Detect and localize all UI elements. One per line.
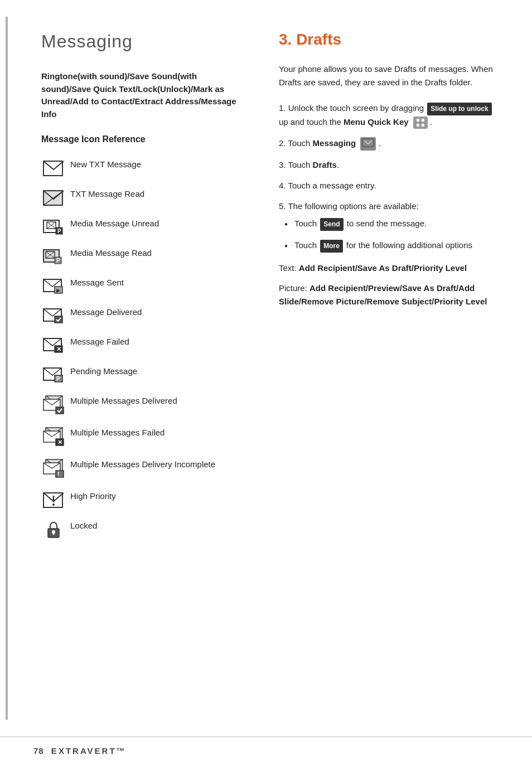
svg-rect-28 bbox=[56, 407, 64, 414]
icon-cell: ✕ bbox=[41, 332, 70, 362]
table-row: P Media Message Read bbox=[41, 244, 245, 273]
icon-label: Multiple Messages Delivery Incomplete bbox=[70, 455, 245, 487]
table-row: P Media Message Unread bbox=[41, 214, 245, 244]
menu-quick-key-icon bbox=[413, 117, 428, 129]
icon-label: Multiple Messages Delivered bbox=[70, 391, 245, 423]
page-footer: 78 Extravert™ bbox=[0, 737, 532, 766]
bullet-send-text: Touch bbox=[294, 219, 319, 228]
text-options: Text: Add Recipient/Save As Draft/Priori… bbox=[279, 262, 504, 275]
table-row: ✕ Multiple Messages Failed bbox=[41, 423, 245, 455]
left-column: Messaging Ringtone(with sound)/Save Soun… bbox=[6, 17, 262, 720]
drafts-label: Drafts bbox=[313, 160, 337, 170]
table-row: Message Delivered bbox=[41, 303, 245, 332]
step-5-text: 5. The following options are available: bbox=[279, 201, 419, 211]
content-area: Messaging Ringtone(with sound)/Save Soun… bbox=[0, 0, 532, 737]
icon-label: High Priority bbox=[70, 487, 245, 516]
bullet-more: Touch More for the following additional … bbox=[284, 239, 504, 253]
icon-label: Message Delivered bbox=[70, 303, 245, 332]
multi-delivered-icon bbox=[42, 395, 65, 417]
media-read-icon: P bbox=[42, 247, 65, 267]
step-4: 4. Touch a message entry. bbox=[279, 179, 504, 192]
icon-label: Locked bbox=[70, 516, 245, 546]
icon-cell bbox=[41, 516, 70, 546]
step-2-num: 2. Touch Messaging bbox=[279, 138, 358, 148]
icon-cell: P bbox=[41, 214, 70, 244]
svg-rect-42 bbox=[53, 532, 55, 535]
bullet-options: Touch Send to send the message. Touch Mo… bbox=[284, 217, 504, 252]
table-row: TXT Message Read bbox=[41, 185, 245, 214]
picture-options-label: Picture: bbox=[279, 283, 309, 293]
multi-incomplete-icon: ! bbox=[42, 458, 65, 481]
footer-brand: Extravert™ bbox=[47, 745, 127, 758]
table-row: ! Multiple Messages Delivery Incomplete bbox=[41, 455, 245, 487]
step-2-end: . bbox=[378, 138, 380, 148]
message-sent-icon: ▶ bbox=[42, 277, 65, 297]
footer-page-number: 78 bbox=[33, 745, 44, 758]
txt-read-icon bbox=[42, 188, 65, 208]
more-badge: More bbox=[320, 240, 343, 253]
svg-text:▶: ▶ bbox=[56, 288, 61, 293]
table-row: Multiple Messages Delivered bbox=[41, 391, 245, 423]
icon-section-heading: Message Icon Reference bbox=[41, 133, 245, 146]
svg-rect-44 bbox=[422, 119, 424, 122]
svg-text:P: P bbox=[56, 376, 60, 382]
icon-reference-table: New TXT Message TXT Message Read bbox=[41, 155, 245, 546]
table-row: ▶ Message Sent bbox=[41, 273, 245, 303]
svg-rect-43 bbox=[417, 119, 419, 122]
icon-cell bbox=[41, 185, 70, 214]
new-txt-icon bbox=[42, 158, 65, 178]
bullet-more-text: Touch bbox=[294, 240, 319, 250]
step-1-end: . bbox=[430, 117, 432, 127]
icon-cell: ! bbox=[41, 455, 70, 487]
step-2: 2. Touch Messaging . bbox=[279, 137, 504, 151]
icon-label: TXT Message Read bbox=[70, 185, 245, 214]
media-unread-icon: P bbox=[42, 217, 65, 238]
bullet-send-after: to send the message. bbox=[347, 219, 427, 228]
message-failed-icon: ✕ bbox=[42, 336, 65, 356]
text-options-bold: Add Recipient/Save As Draft/Priority Lev… bbox=[299, 263, 467, 273]
svg-rect-47 bbox=[362, 139, 374, 147]
svg-rect-19 bbox=[55, 316, 62, 323]
step-5: 5. The following options are available: … bbox=[279, 200, 504, 308]
multi-failed-icon: ✕ bbox=[42, 427, 65, 449]
icon-cell: ✕ bbox=[41, 423, 70, 455]
picture-options-bold: Add Recipient/Preview/Save As Draft/Add … bbox=[279, 283, 487, 306]
svg-point-39 bbox=[52, 503, 55, 506]
pending-message-icon: P bbox=[42, 365, 65, 385]
icon-label: Media Message Read bbox=[70, 244, 245, 273]
messaging-label: Messaging bbox=[313, 138, 356, 148]
icon-cell: P bbox=[41, 362, 70, 391]
icon-cell bbox=[41, 155, 70, 185]
right-column: 3. Drafts Your phone allows you to save … bbox=[262, 17, 532, 720]
svg-text:✕: ✕ bbox=[57, 439, 62, 446]
icon-label: New TXT Message bbox=[70, 155, 245, 185]
step-1: 1. Unlock the touch screen by dragging S… bbox=[279, 101, 504, 129]
picture-options: Picture: Add Recipient/Preview/Save As D… bbox=[279, 282, 504, 308]
icon-cell bbox=[41, 487, 70, 516]
menu-grid-svg bbox=[415, 118, 425, 128]
svg-text:P: P bbox=[57, 228, 61, 234]
table-row: High Priority bbox=[41, 487, 245, 516]
icon-label: Message Sent bbox=[70, 273, 245, 303]
messaging-icon bbox=[360, 137, 376, 151]
section-name: Drafts bbox=[296, 31, 341, 48]
slide-to-unlock-badge: Slide up to unlock bbox=[427, 103, 491, 115]
svg-text:!: ! bbox=[57, 471, 60, 477]
svg-rect-46 bbox=[422, 124, 424, 127]
messaging-svg bbox=[362, 138, 374, 149]
high-priority-icon bbox=[42, 490, 65, 510]
icon-label: Message Failed bbox=[70, 332, 245, 362]
step-1-num: 1. bbox=[279, 103, 288, 113]
menu-quick-key-label: Menu Quick Key bbox=[344, 117, 409, 127]
locked-icon bbox=[42, 520, 65, 540]
table-row: P Pending Message bbox=[41, 362, 245, 391]
text-options-label: Text: bbox=[279, 263, 299, 273]
message-delivered-icon bbox=[42, 306, 65, 326]
section-title-drafts: 3. Drafts bbox=[279, 28, 504, 51]
icon-label: Pending Message bbox=[70, 362, 245, 391]
steps-list: 1. Unlock the touch screen by dragging S… bbox=[279, 101, 504, 308]
icon-cell bbox=[41, 303, 70, 332]
section-number: 3. bbox=[279, 31, 296, 48]
svg-text:✕: ✕ bbox=[56, 346, 61, 352]
step-1-text: Unlock the touch screen by dragging bbox=[288, 103, 427, 113]
